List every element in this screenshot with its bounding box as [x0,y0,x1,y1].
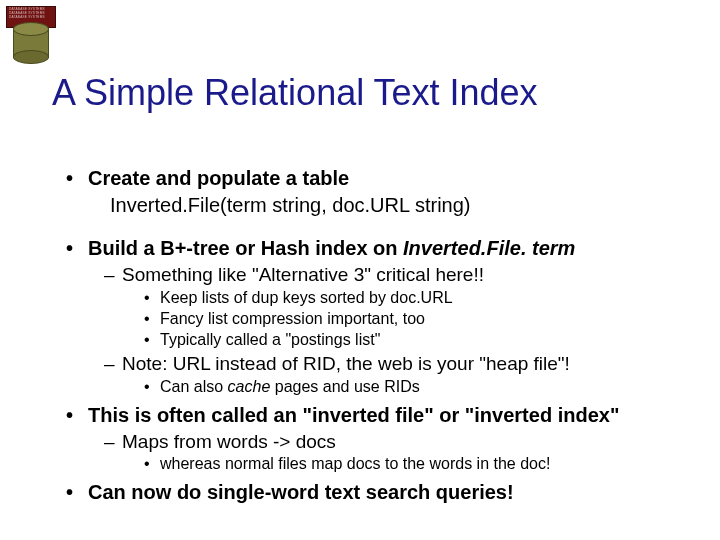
bullet-inverted-file: This is often called an "inverted file" … [64,403,690,428]
slide: DATABASE SYSTEMS DATABASE SYSTEMS DATABA… [0,0,720,540]
bullet-create-table: Create and populate a table [64,166,690,191]
bullet-text: Can also [160,378,228,395]
subbullet-url-rid: Note: URL instead of RID, the web is you… [64,352,690,376]
bullet-text: Maps from words -> docs [122,431,336,452]
logo-line: DATABASE SYSTEMS [9,15,45,19]
subbullet-maps: Maps from words -> docs [64,430,690,454]
bullet-single-word: Can now do single-word text search queri… [64,480,690,505]
bullet-text: Typically called a "postings list" [160,331,380,348]
logo: DATABASE SYSTEMS DATABASE SYSTEMS DATABA… [6,6,56,58]
subsub-normal-files: whereas normal files map docs to the wor… [64,454,690,474]
slide-body: Create and populate a table Inverted.Fil… [64,160,690,505]
bullet-text: Note: URL instead of RID, the web is you… [122,353,570,374]
database-cylinder-icon [13,28,49,58]
subbullet-alt3: Something like "Alternative 3" critical … [64,263,690,287]
subsub-compression: Fancy list compression important, too [64,309,690,329]
bullet-text-em: Inverted.File. term [403,237,575,259]
subsub-cache: Can also cache pages and use RIDs [64,377,690,397]
subsub-postings: Typically called a "postings list" [64,330,690,350]
bullet-text: Create and populate a table [88,167,349,189]
bullet-table-def: Inverted.File(term string, doc.URL strin… [64,193,690,218]
bullet-text: Fancy list compression important, too [160,310,425,327]
bullet-text: Keep lists of dup keys sorted by doc.URL [160,289,453,306]
bullet-text: This is often called an "inverted file" … [88,404,619,426]
bullet-text: Something like "Alternative 3" critical … [122,264,484,285]
subsub-dup-keys: Keep lists of dup keys sorted by doc.URL [64,288,690,308]
bullet-text: Can now do single-word text search queri… [88,481,514,503]
bullet-text: whereas normal files map docs to the wor… [160,455,550,472]
logo-text: DATABASE SYSTEMS DATABASE SYSTEMS DATABA… [9,7,45,19]
slide-title: A Simple Relational Text Index [52,72,538,114]
bullet-text-em: cache [228,378,271,395]
bullet-text: pages and use RIDs [270,378,419,395]
bullet-build-index: Build a B+-tree or Hash index on Inverte… [64,236,690,261]
bullet-text: Inverted.File(term string, doc.URL strin… [110,194,470,216]
bullet-text: Build a B+-tree or Hash index on [88,237,403,259]
